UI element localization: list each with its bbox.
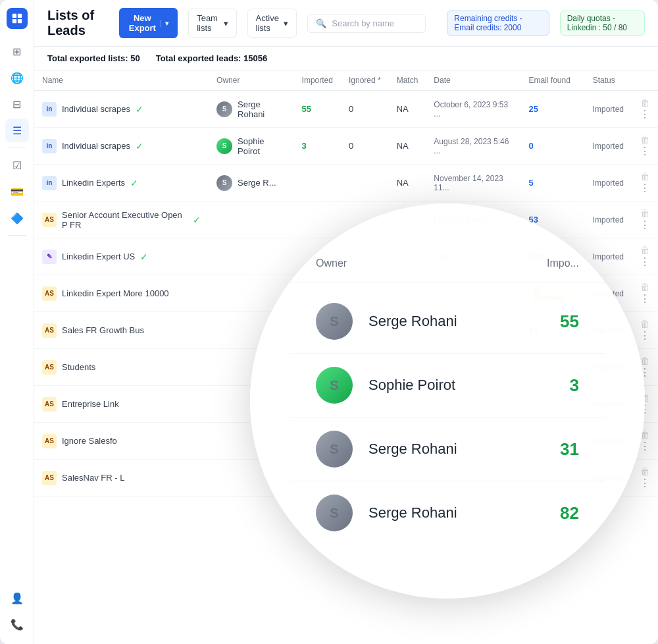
col-actions [632, 70, 658, 91]
delete-icon[interactable]: 🗑 [640, 319, 649, 329]
sidebar-item-credits[interactable]: 💳 [5, 180, 29, 203]
sidebar-item-table[interactable]: ⊟ [5, 92, 29, 116]
email-found-count: 25 [529, 104, 538, 114]
owner-cell: S Serge R... [216, 175, 286, 191]
active-lists-filter[interactable]: Active lists ▾ [247, 9, 297, 38]
zoom-avatar: S [316, 431, 353, 468]
verified-icon: ✓ [130, 178, 138, 188]
list-type-icon: AS [42, 471, 57, 485]
sidebar-item-dashboard[interactable]: ⊞ [5, 40, 29, 63]
sidebar-item-contacts[interactable]: 👤 [5, 586, 29, 610]
list-type-icon: AS [42, 397, 57, 412]
more-options-icon[interactable]: ⋮ [640, 293, 650, 304]
more-options-icon[interactable]: ⋮ [640, 219, 650, 230]
search-icon: 🔍 [316, 18, 326, 28]
col-name: Name [34, 70, 209, 91]
more-options-icon[interactable]: ⋮ [640, 256, 650, 267]
match-value: NA [389, 91, 426, 128]
sidebar-item-phone[interactable]: 📞 [5, 612, 29, 636]
owner-name: Serge R... [238, 178, 276, 188]
sidebar-divider-1 [8, 148, 26, 148]
zoom-avatar: S [316, 367, 353, 404]
total-leads-stat: Total exported leads: 15056 [156, 53, 268, 63]
total-lists-stat: Total exported lists: 50 [47, 53, 140, 63]
zoom-owner-name: Sophie Poirot [368, 377, 524, 394]
delete-icon[interactable]: 🗑 [640, 356, 649, 366]
chevron-down-icon: ▾ [284, 18, 288, 28]
list-name: Senior Account Executive Open P FR [62, 210, 188, 230]
delete-icon[interactable]: 🗑 [640, 208, 649, 219]
delete-icon[interactable]: 🗑 [640, 134, 649, 145]
table-row[interactable]: in Linkedin Experts ✓ S Serge R... NANov… [34, 165, 658, 201]
list-name-cell: AS Students [42, 360, 201, 375]
list-name: SalesNav FR - L [62, 473, 124, 483]
zoom-avatar: S [316, 495, 353, 531]
zoom-owner-name: Serge Rohani [368, 441, 524, 458]
list-name-cell: AS Senior Account Executive Open P FR ✓ [42, 210, 201, 230]
sidebar-item-globe[interactable]: 🌐 [5, 66, 29, 90]
zoom-avatar: S [316, 303, 353, 340]
list-name: Linkedin Expert US [62, 252, 135, 261]
more-options-icon[interactable]: ⋮ [640, 109, 650, 120]
owner-name: Serge Rohani [238, 99, 286, 119]
svg-rect-0 [12, 14, 16, 18]
export-date: August 28, 2023 5:46 ... [426, 128, 520, 165]
table-header-row: Name Owner Imported Ignored * Match Date… [34, 70, 658, 91]
sidebar-divider-2 [8, 235, 26, 236]
svg-rect-3 [17, 19, 21, 23]
list-name-cell: in Linkedin Experts ✓ [42, 176, 201, 190]
status-badge: Imported [593, 178, 624, 188]
svg-rect-1 [17, 14, 21, 18]
list-type-icon: AS [42, 360, 57, 375]
zoom-header: Owner Impo... [290, 257, 605, 283]
list-name: Individual scrapes [62, 141, 130, 151]
list-name-cell: AS SalesNav FR - L [42, 471, 201, 485]
sidebar-item-lists[interactable]: ☰ [5, 119, 29, 142]
daily-quotas-badge[interactable]: Daily quotas - Linkedin : 50 / 80 [560, 11, 645, 36]
zoom-row: SSerge Rohani55 [290, 290, 605, 354]
delete-icon[interactable]: 🗑 [640, 245, 649, 255]
sidebar-item-tasks[interactable]: ☑ [5, 153, 29, 177]
zoom-row: SSophie Poirot3 [290, 354, 605, 417]
table-row[interactable]: in Individual scrapes ✓ S Sophie Poirot … [34, 128, 658, 165]
new-export-button[interactable]: New Export ▾ [119, 8, 178, 38]
delete-icon[interactable]: 🗑 [640, 466, 649, 477]
avatar: S [216, 175, 232, 191]
zoom-imported-count: 3 [540, 375, 579, 396]
table-row[interactable]: in Individual scrapes ✓ S Serge Rohani 5… [34, 91, 658, 128]
zoom-owner-label: Owner [316, 257, 347, 269]
remaining-credits-badge[interactable]: Remaining credits - Email credits: 2000 [447, 11, 549, 36]
avatar: S [216, 138, 232, 154]
export-date: October 6, 2023 9:53 ... [426, 91, 520, 128]
list-name: Ignore Salesfo [62, 436, 117, 446]
zoom-overlay: Owner Impo... SSerge Rohani55SSophie Poi… [250, 203, 645, 599]
list-type-icon: in [42, 102, 57, 117]
col-email-found: Email found [521, 70, 585, 91]
sidebar-item-diamond[interactable]: 🔷 [5, 206, 29, 230]
delete-icon[interactable]: 🗑 [640, 282, 649, 292]
more-options-icon[interactable]: ⋮ [640, 146, 650, 157]
col-status: Status [585, 70, 632, 91]
app-logo [7, 8, 28, 29]
list-type-icon: AS [42, 323, 57, 338]
team-lists-filter[interactable]: Team lists ▾ [188, 9, 236, 38]
match-value: NA [389, 128, 426, 165]
more-options-icon[interactable]: ⋮ [640, 330, 650, 341]
list-type-icon: AS [42, 434, 57, 448]
more-options-icon[interactable]: ⋮ [640, 477, 650, 489]
email-found-count: 5 [529, 178, 534, 188]
more-options-icon[interactable]: ⋮ [640, 182, 650, 194]
verified-icon: ✓ [193, 215, 201, 225]
avatar: S [216, 101, 232, 117]
ignored-count: 0 [341, 128, 389, 165]
more-options-icon[interactable]: ⋮ [640, 441, 650, 452]
list-name-cell: AS Linkedin Expert More 10000 [42, 286, 201, 301]
zoom-owner-name: Serge Rohani [368, 313, 524, 330]
list-name-cell: in Individual scrapes ✓ [42, 102, 201, 117]
delete-icon[interactable]: 🗑 [640, 171, 649, 182]
list-name-cell: AS Entreprise Link [42, 397, 201, 412]
col-ignored: Ignored * [341, 70, 389, 91]
delete-icon[interactable]: 🗑 [640, 97, 649, 108]
list-type-icon: AS [42, 213, 57, 227]
search-box[interactable]: 🔍 Search by name [307, 14, 426, 33]
